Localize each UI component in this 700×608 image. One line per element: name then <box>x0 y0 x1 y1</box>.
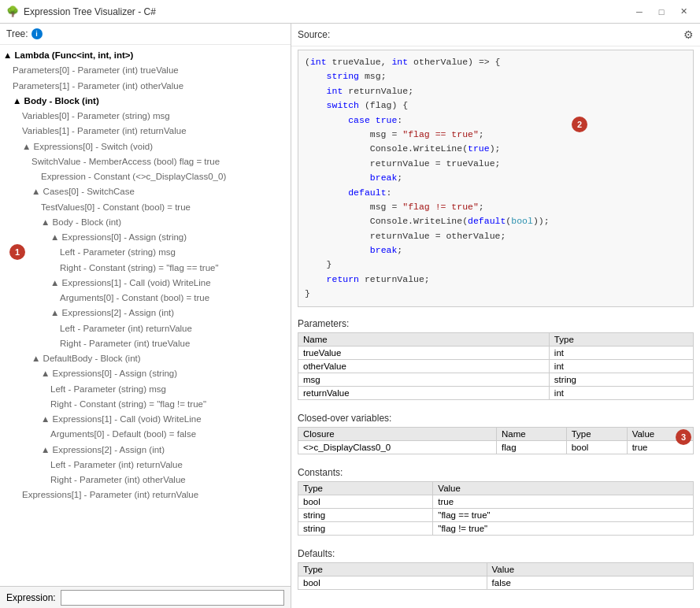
table-row: returnValueint <box>298 386 694 399</box>
source-code: (int trueValue, int otherValue) => { str… <box>298 50 694 307</box>
tree-label: Tree: <box>6 28 28 39</box>
tree-item[interactable]: ▲ DefaultBody - Block (int) <box>0 351 291 366</box>
tree-item[interactable]: Left - Parameter (int) returnValue <box>0 321 291 336</box>
tree-item[interactable]: ▲ Expressions[1] - Call (void) WriteLine <box>0 412 291 427</box>
tree-item[interactable]: Expressions[1] - Parameter (int) returnV… <box>0 488 291 502</box>
tree-item[interactable]: Left - Parameter (int) returnValue <box>0 458 291 473</box>
constants-label: Constants: <box>291 462 700 481</box>
expression-input[interactable] <box>61 590 284 606</box>
table-row: string"flag == true" <box>298 508 694 521</box>
source-line-1: (int trueValue, int otherValue) => { <box>305 57 501 67</box>
table-row: otherValueint <box>298 359 694 373</box>
source-line-5: case true: <box>305 115 402 125</box>
tree-item[interactable]: Parameters[1] - Parameter (int) otherVal… <box>0 79 291 94</box>
tree-container[interactable]: ▲ Lambda (Func<int, int, int>)Parameters… <box>0 45 291 586</box>
closure-col-name: Name <box>497 427 567 440</box>
badge-3: 3 <box>676 429 691 445</box>
tree-item[interactable]: Right - Constant (string) = "flag != tru… <box>0 397 291 412</box>
tree-item[interactable]: Right - Parameter (int) trueValue <box>0 336 291 351</box>
source-line-15: } <box>305 259 332 269</box>
source-line-9: break; <box>305 172 402 183</box>
closed-over-table: Closure Name Type Value <>c_DisplayClass… <box>298 427 694 454</box>
constants-table: Type Value booltruestring"flag == true"s… <box>298 481 694 536</box>
source-line-8: returnValue = trueValue; <box>305 158 500 169</box>
right-panel: Source: ⚙ (int trueValue, int otherValue… <box>291 24 700 608</box>
tree-item[interactable]: ▲ Expressions[2] - Assign (int) <box>0 443 291 458</box>
left-panel: Tree: i ▲ Lambda (Func<int, int, int>)Pa… <box>0 24 291 608</box>
title-bar-left: 🌳 Expression Tree Visualizer - C# <box>6 6 156 17</box>
defaults-label: Defaults: <box>291 543 700 562</box>
tree-item[interactable]: Arguments[0] - Constant (bool) = true <box>0 291 291 306</box>
source-line-6: msg = "flag == true"; <box>305 129 484 139</box>
source-line-11: msg = "flag != true"; <box>305 202 484 212</box>
source-line-7: Console.WriteLine(true); <box>305 143 500 154</box>
tree-item[interactable]: Variables[0] - Parameter (string) msg <box>0 109 291 124</box>
closure-col-type: Type <box>566 427 627 440</box>
closure-col-closure: Closure <box>298 427 497 440</box>
table-row: string"flag != true" <box>298 521 694 535</box>
tree-item[interactable]: ▲ Expressions[2] - Assign (int) <box>0 306 291 321</box>
table-row: boolfalse <box>298 576 694 589</box>
source-line-4: switch (flag) { <box>305 100 408 110</box>
source-label: Source: <box>298 29 330 40</box>
const-col-value: Value <box>433 481 694 495</box>
table-row: <>c_DisplayClass0_0flagbooltrue <box>298 440 694 454</box>
tree-item[interactable]: SwitchValue - MemberAccess (bool) flag =… <box>0 154 291 169</box>
source-line-14: break; <box>305 245 402 255</box>
tree-item[interactable]: Left - Parameter (string) msg <box>0 245 291 260</box>
source-line-16: return returnValue; <box>305 274 430 284</box>
source-panel-header: Source: ⚙ <box>291 24 700 46</box>
panels: Tree: i ▲ Lambda (Func<int, int, int>)Pa… <box>0 24 700 608</box>
window-title: Expression Tree Visualizer - C# <box>24 6 156 17</box>
tree-item[interactable]: ▲ Body - Block (int) <box>0 94 291 109</box>
table-row: booltrue <box>298 495 694 508</box>
title-bar: 🌳 Expression Tree Visualizer - C# ─ □ ✕ <box>0 0 700 24</box>
param-col-type: Type <box>549 332 693 346</box>
info-icon[interactable]: i <box>31 28 43 39</box>
expression-bar: Expression: <box>0 586 291 608</box>
tree-item[interactable]: Expression - Constant (<>c_DisplayClass0… <box>0 169 291 184</box>
const-col-type: Type <box>298 481 433 495</box>
expression-label: Expression: <box>6 592 56 603</box>
source-line-2: string msg; <box>305 71 387 81</box>
minimize-button[interactable]: ─ <box>629 4 650 20</box>
parameters-label: Parameters: <box>291 313 700 332</box>
defaults-col-type: Type <box>298 562 487 576</box>
defaults-col-value: Value <box>487 562 693 576</box>
source-line-3: int returnValue; <box>305 86 413 96</box>
source-line-10: default: <box>305 187 391 198</box>
close-button[interactable]: ✕ <box>673 4 694 20</box>
tree-item[interactable]: ▲ Expressions[1] - Call (void) WriteLine <box>0 276 291 291</box>
table-row: msgstring <box>298 373 694 386</box>
window-controls: ─ □ ✕ <box>629 4 694 20</box>
main-container: Tree: i ▲ Lambda (Func<int, int, int>)Pa… <box>0 24 700 608</box>
tree-item[interactable]: ▲ Body - Block (int) <box>0 215 291 230</box>
gear-icon[interactable]: ⚙ <box>683 28 694 41</box>
tree-item[interactable]: Parameters[0] - Parameter (int) trueValu… <box>0 63 291 78</box>
closed-over-label: Closed-over variables: <box>291 408 700 427</box>
badge-1: 1 <box>9 244 25 260</box>
tree-item[interactable]: Right - Constant (string) = "flag == tru… <box>0 261 291 276</box>
maximize-button[interactable]: □ <box>651 4 672 20</box>
tree-item[interactable]: Left - Parameter (string) msg <box>0 382 291 397</box>
tree-item[interactable]: Variables[1] - Parameter (int) returnVal… <box>0 124 291 139</box>
tree-panel-header: Tree: i <box>0 24 291 45</box>
tree-item[interactable]: ▲ Lambda (Func<int, int, int>) <box>0 48 291 63</box>
tree-item[interactable]: Arguments[0] - Default (bool) = false <box>0 427 291 442</box>
tree-item[interactable]: ▲ Expressions[0] - Assign (string) <box>0 230 291 245</box>
source-line-12: Console.WriteLine(default(bool)); <box>305 216 550 226</box>
source-line-17: } <box>305 288 310 298</box>
defaults-table: Type Value boolfalse <box>298 562 694 590</box>
tree-item[interactable]: TestValues[0] - Constant (bool) = true <box>0 200 291 215</box>
app-icon: 🌳 <box>6 6 19 17</box>
tree-item[interactable]: ▲ Cases[0] - SwitchCase <box>0 184 291 199</box>
badge-2: 2 <box>572 117 587 132</box>
tree-item[interactable]: ▲ Expressions[0] - Switch (void) <box>0 139 291 154</box>
source-line-13: returnValue = otherValue; <box>305 231 506 241</box>
tree-item[interactable]: Right - Parameter (int) otherValue <box>0 473 291 488</box>
table-row: trueValueint <box>298 346 694 359</box>
parameters-table: Name Type trueValueintotherValueintmsgst… <box>298 332 694 400</box>
param-col-name: Name <box>298 332 550 346</box>
tree-item[interactable]: ▲ Expressions[0] - Assign (string) <box>0 366 291 381</box>
